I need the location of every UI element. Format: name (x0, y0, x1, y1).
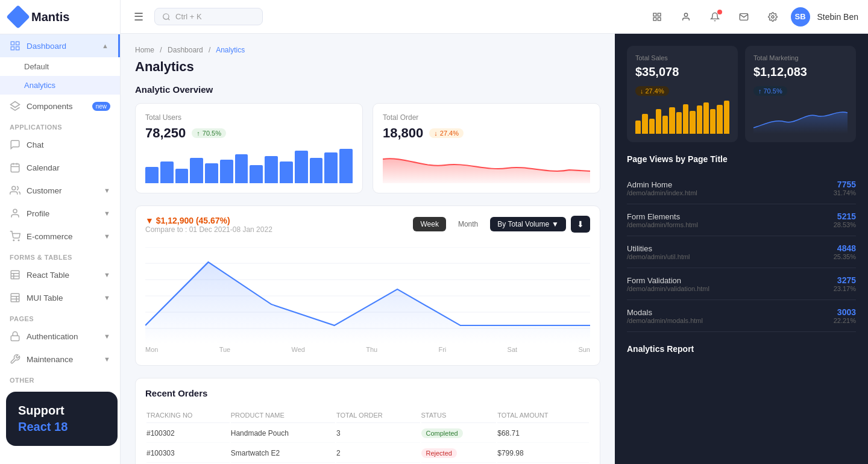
page-view-item-1: Form Elements /demo/admin/forms.html 521… (627, 204, 856, 236)
income-amount: ▼ $1,12,900 (45.67%) (145, 216, 272, 225)
logo-text: Mantis (31, 10, 69, 24)
mail-icon (739, 12, 749, 22)
week-button[interactable]: Week (413, 217, 445, 231)
sidebar-item-chat[interactable]: Chat (0, 133, 120, 156)
svg-point-32 (772, 16, 774, 18)
income-left: ▼ $1,12,900 (45.67%) Compare to : 01 Dec… (145, 216, 272, 241)
total-users-chart (145, 147, 353, 183)
total-order-card: Total Order 18,800 ↓ 27.4% (373, 103, 600, 193)
svg-rect-27 (653, 13, 656, 16)
col-total-amount: TOTAL AMOUNT (497, 408, 589, 423)
new-badge: new (92, 102, 110, 111)
sidebar-item-components[interactable]: Components new (0, 95, 120, 118)
month-button[interactable]: Month (451, 217, 485, 231)
page-view-item-0: Admin Home /demo/admin/index.html 7755 3… (627, 172, 856, 204)
messages-button[interactable] (733, 6, 755, 28)
logo-area: Mantis (0, 0, 120, 34)
total-order-label: Total Order (383, 113, 590, 122)
sidebar-item-customer[interactable]: Customer ▼ (0, 179, 120, 202)
pv-left-0: Admin Home /demo/admin/index.html (627, 180, 697, 196)
components-label: Components (27, 102, 73, 111)
svg-rect-30 (658, 17, 661, 20)
forms-tables-section: Forms & Tables (0, 248, 120, 263)
pv-name-3: Form Validation (627, 276, 709, 285)
sidebar-item-authentication[interactable]: Authentication ▼ (0, 325, 120, 348)
hamburger-button[interactable]: ☰ (130, 7, 147, 27)
pv-url-2: /demo/admin/util.html (627, 253, 690, 260)
top-header: ☰ Ctrl + K SB Stebin Ben (121, 0, 868, 34)
breadcrumb-sep2: / (209, 46, 210, 54)
svg-line-26 (168, 18, 170, 20)
analytic-overview-title: Analytic Overview (135, 84, 600, 95)
breadcrumb-dashboard[interactable]: Dashboard (168, 46, 203, 54)
total-order-value: 18,800 (383, 125, 423, 141)
income-header: ▼ $1,12,900 (45.67%) Compare to : 01 Dec… (145, 216, 590, 241)
sidebar-item-dashboard[interactable]: Dashboard ▲ (0, 34, 120, 57)
total-marketing-badge: ↑ 70.5% (753, 86, 787, 96)
pv-url-1: /demo/admin/forms.html (627, 221, 698, 228)
svg-rect-29 (653, 17, 656, 20)
pv-count-1: 5215 (834, 212, 856, 221)
sidebar-item-profile[interactable]: Profile ▼ (0, 202, 120, 225)
support-card[interactable]: Support React 18 (6, 392, 118, 446)
page-views-section: Page Views by Page Title Admin Home /dem… (627, 154, 856, 332)
svg-point-12 (18, 240, 19, 241)
dashboard-label: Dashboard (27, 42, 66, 51)
maintenance-label: Maintenance (27, 355, 73, 364)
table-row: #100302Handmade Pouch3Completed$68.71 (146, 424, 589, 443)
sidebar-item-ecommerce[interactable]: E-commerce ▼ (0, 225, 120, 248)
user-name[interactable]: Stebin Ben (817, 12, 859, 22)
sidebar-item-maintenance[interactable]: Maintenance ▼ (0, 348, 120, 371)
applications-section: Applications (0, 118, 120, 133)
total-order-value-row: 18,800 ↓ 27.4% (383, 125, 590, 141)
pv-count-3: 3275 (834, 275, 856, 285)
total-order-chart (383, 147, 590, 183)
user-settings-button[interactable] (675, 6, 697, 28)
settings-button[interactable] (762, 6, 784, 28)
notifications-button[interactable] (704, 6, 726, 28)
grid-icon (10, 40, 20, 51)
sidebar-item-calendar[interactable]: Calendar (0, 156, 120, 179)
chart-x-labels: Mon Tue Wed Thu Fri Sat Sun (145, 346, 590, 353)
x-tue: Tue (219, 346, 231, 353)
breadcrumb-sep1: / (160, 46, 162, 54)
table-icon (10, 269, 20, 280)
pv-pct-1: 28.53% (834, 221, 856, 228)
page-views-title: Page Views by Page Title (627, 154, 856, 164)
cart-icon (10, 231, 20, 242)
analytics-report-title: Analytics Report (627, 344, 856, 354)
react-table-label: React Table (27, 271, 69, 280)
apps-icon (652, 12, 662, 22)
download-button[interactable]: ⬇ (571, 216, 590, 233)
maintenance-chevron: ▼ (104, 356, 110, 363)
search-box[interactable]: Ctrl + K (154, 8, 263, 25)
total-sales-card: Total Sales $35,078 ↓ 27.4% (627, 46, 738, 142)
support-subtitle: React 18 (18, 420, 105, 434)
svg-point-31 (684, 13, 687, 16)
x-mon: Mon (145, 346, 158, 353)
income-chart (145, 247, 590, 343)
sidebar-sub-analytics[interactable]: Analytics (0, 76, 120, 95)
svg-rect-21 (11, 336, 19, 340)
sidebar-item-mui-table[interactable]: MUI Table ▼ (0, 286, 120, 309)
search-icon (162, 13, 171, 21)
mui-table-chevron: ▼ (104, 294, 110, 301)
avatar: SB (791, 7, 810, 27)
content-area: Home / Dashboard / Analytics Analytics A… (121, 34, 868, 464)
dashboard-chevron: ▲ (102, 42, 108, 49)
total-marketing-card: Total Marketing $1,12,083 ↑ 70.5% (745, 46, 856, 142)
pv-count-0: 7755 (834, 180, 856, 189)
ecommerce-chevron: ▼ (104, 233, 110, 240)
pv-name-1: Form Elements (627, 212, 698, 221)
react-table-chevron: ▼ (104, 271, 110, 278)
right-panel: Total Sales $35,078 ↓ 27.4% (615, 34, 868, 464)
left-panel: Home / Dashboard / Analytics Analytics A… (121, 34, 615, 464)
breadcrumb-home[interactable]: Home (135, 46, 154, 54)
volume-select[interactable]: By Total Volume ▼ (490, 217, 566, 231)
grid-apps-button[interactable] (646, 6, 668, 28)
sidebar-item-react-table[interactable]: React Table ▼ (0, 263, 120, 286)
other-section: Other (0, 371, 120, 386)
svg-point-10 (13, 209, 17, 213)
mui-table-label: MUI Table (27, 293, 63, 303)
sidebar-sub-default[interactable]: Default (0, 57, 120, 76)
